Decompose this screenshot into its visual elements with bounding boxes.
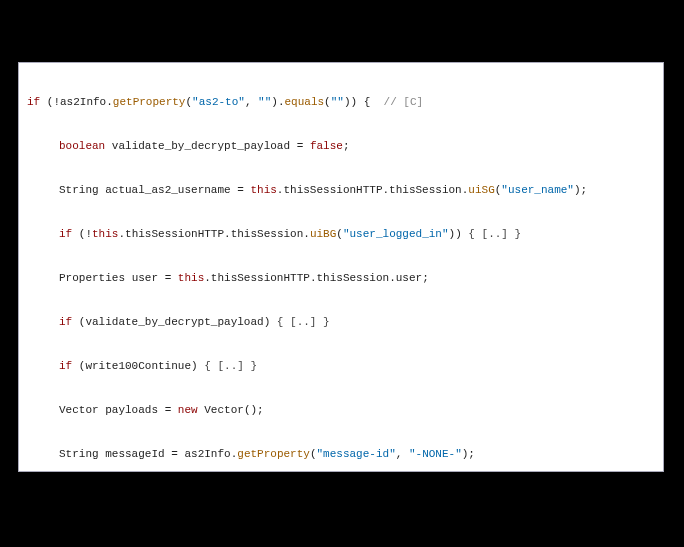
code-line: if (!this.thisSessionHTTP.thisSession.ui…	[27, 223, 655, 245]
code-line: Vector payloads = new Vector();	[27, 399, 655, 421]
keyword-if: if	[27, 96, 40, 108]
code-snippet: if (!as2Info.getProperty("as2-to", "").e…	[18, 62, 664, 472]
code-line: boolean validate_by_decrypt_payload = fa…	[27, 135, 655, 157]
code-line: if (write100Continue) { [..] }	[27, 355, 655, 377]
code-line: Properties user = this.thisSessionHTTP.t…	[27, 267, 655, 289]
code-line: String messageId = as2Info.getProperty("…	[27, 443, 655, 465]
code-line: if (validate_by_decrypt_payload) { [..] …	[27, 311, 655, 333]
code-line: String actual_as2_username = this.thisSe…	[27, 179, 655, 201]
code-line: if (!as2Info.getProperty("as2-to", "").e…	[27, 91, 655, 113]
